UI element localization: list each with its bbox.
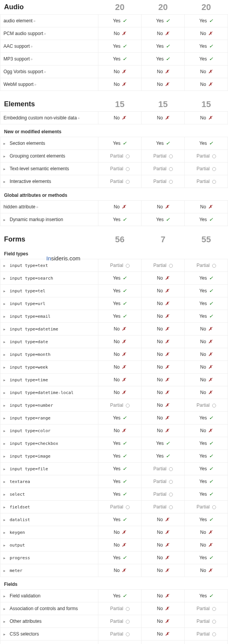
feature-row[interactable]: ▸input type=monthNo✗No✗No✗ bbox=[0, 348, 228, 361]
expand-icon[interactable]: ▸ bbox=[3, 607, 7, 611]
status-cell: No✗ bbox=[98, 526, 142, 539]
expand-icon[interactable]: ▸ bbox=[3, 530, 7, 535]
expand-icon[interactable]: ▸ bbox=[3, 302, 7, 306]
expand-icon[interactable]: ▸ bbox=[3, 556, 7, 560]
check-icon: ✓ bbox=[209, 517, 213, 522]
expand-icon[interactable]: ▸ bbox=[3, 480, 7, 484]
more-icon[interactable]: » bbox=[44, 70, 46, 74]
check-icon: ✓ bbox=[209, 441, 213, 446]
feature-row[interactable]: ▸Dynamic markup insertionYes✓Yes✓Yes✓ bbox=[0, 213, 228, 226]
feature-row[interactable]: ▸Association of controls and formsPartia… bbox=[0, 602, 228, 615]
feature-row[interactable]: audio element»Yes✓Yes✓Yes✓ bbox=[0, 15, 228, 27]
feature-row[interactable]: ▸EventsPartialPartialPartial bbox=[0, 641, 228, 644]
feature-row[interactable]: ▸textareaYes✓PartialYes✓ bbox=[0, 475, 228, 488]
expand-icon[interactable]: ▸ bbox=[3, 314, 7, 319]
status-cell: Yes✓ bbox=[98, 463, 142, 475]
feature-row[interactable]: ▸input type=checkboxYes✓Yes✓Yes✓ bbox=[0, 437, 228, 450]
expand-icon[interactable]: ▸ bbox=[3, 467, 7, 471]
expand-icon[interactable]: ▸ bbox=[3, 454, 7, 458]
feature-row[interactable]: ▸CSS selectorsPartialNo✗Partial bbox=[0, 628, 228, 641]
feature-row[interactable]: ▸input type=datetime-localNo✗No✗No✗ bbox=[0, 386, 228, 399]
more-icon[interactable]: » bbox=[36, 205, 39, 209]
feature-row[interactable]: ▸input type=urlYes✓No✗Yes✓ bbox=[0, 297, 228, 310]
expand-icon[interactable]: ▸ bbox=[3, 518, 7, 522]
feature-row[interactable]: ▸input type=emailYes✓No✗Yes✓ bbox=[0, 310, 228, 323]
feature-row[interactable]: ▸input type=rangeYes✓No✗Yes✓ bbox=[0, 412, 228, 424]
expand-icon[interactable]: ▸ bbox=[3, 429, 7, 433]
feature-row[interactable]: ▸input type=searchYes✓No✗Yes✓ bbox=[0, 272, 228, 285]
expand-icon[interactable]: ▸ bbox=[3, 619, 7, 624]
feature-row[interactable]: ▸input type=timeNo✗No✗No✗ bbox=[0, 374, 228, 386]
feature-row[interactable]: ▸Text-level semantic elementsPartialPart… bbox=[0, 163, 228, 175]
expand-icon[interactable]: ▸ bbox=[3, 441, 7, 446]
feature-row[interactable]: ▸Field validationYes✓No✗Yes✓ bbox=[0, 590, 228, 602]
more-icon[interactable]: » bbox=[30, 44, 33, 49]
expand-icon[interactable]: ▸ bbox=[3, 492, 7, 496]
more-icon[interactable]: » bbox=[44, 32, 46, 36]
more-icon[interactable]: » bbox=[78, 116, 80, 120]
feature-row[interactable]: ▸Grouping content elementsPartialPartial… bbox=[0, 150, 228, 163]
feature-label: ▸input type=image bbox=[0, 450, 98, 463]
feature-row[interactable]: ▸input type=imageYes✓Yes✓Yes✓ bbox=[0, 450, 228, 463]
more-icon[interactable]: » bbox=[33, 19, 35, 23]
feature-row[interactable]: ▸input type=colorNo✗No✗No✗ bbox=[0, 424, 228, 437]
expand-icon[interactable]: ▸ bbox=[3, 416, 7, 420]
section-score: 20 bbox=[98, 0, 142, 15]
feature-row[interactable]: WebM support»No✗No✗No✗ bbox=[0, 78, 228, 91]
expand-icon[interactable]: ▸ bbox=[3, 327, 7, 331]
feature-row[interactable]: ▸datalistYes✓No✗Yes✓ bbox=[0, 513, 228, 526]
section-score: 20 bbox=[185, 0, 228, 15]
feature-row[interactable]: ▸input type=textPartialPartialPartial bbox=[0, 259, 228, 272]
feature-row[interactable]: ▸outputNo✗No✗No✗ bbox=[0, 539, 228, 552]
feature-row[interactable]: ▸fieldsetPartialPartialPartial bbox=[0, 501, 228, 513]
feature-row[interactable]: PCM audio support»No✗No✗No✗ bbox=[0, 27, 228, 40]
expand-icon[interactable]: ▸ bbox=[3, 352, 7, 357]
feature-row[interactable]: Embedding custom non-visible data»No✗No✗… bbox=[0, 112, 228, 124]
feature-row[interactable]: ▸Section elementsYes✓Yes✓Yes✓ bbox=[0, 137, 228, 150]
expand-icon[interactable]: ▸ bbox=[3, 141, 7, 146]
expand-icon[interactable]: ▸ bbox=[3, 594, 7, 598]
expand-icon[interactable]: ▸ bbox=[3, 365, 7, 369]
feature-row[interactable]: ▸input type=datetimeNo✗No✗No✗ bbox=[0, 323, 228, 335]
expand-icon[interactable]: ▸ bbox=[3, 154, 7, 158]
feature-row[interactable]: ▸Interactive elementsPartialPartialParti… bbox=[0, 175, 228, 188]
expand-icon[interactable]: ▸ bbox=[3, 276, 7, 280]
feature-row[interactable]: ▸keygenNo✗No✗No✗ bbox=[0, 526, 228, 539]
expand-icon[interactable]: ▸ bbox=[3, 289, 7, 293]
status-cell: No✗ bbox=[185, 539, 228, 552]
feature-row[interactable]: ▸input type=weekNo✗No✗No✗ bbox=[0, 361, 228, 374]
status-cell: Yes✓ bbox=[98, 412, 142, 424]
feature-row[interactable]: AAC support»Yes✓Yes✓Yes✓ bbox=[0, 40, 228, 53]
expand-icon[interactable]: ▸ bbox=[3, 340, 7, 344]
expand-icon[interactable]: ▸ bbox=[3, 378, 7, 382]
expand-icon[interactable]: ▸ bbox=[3, 569, 7, 573]
cross-icon: ✗ bbox=[122, 82, 126, 87]
status-cell: Yes✓ bbox=[185, 285, 228, 297]
feature-label: ▸Other attributes bbox=[0, 615, 98, 628]
expand-icon[interactable]: ▸ bbox=[3, 543, 7, 547]
more-icon[interactable]: » bbox=[34, 82, 37, 87]
expand-icon[interactable]: ▸ bbox=[3, 403, 7, 408]
status-cell: No✗ bbox=[142, 386, 185, 399]
more-icon[interactable]: » bbox=[30, 57, 33, 61]
expand-icon[interactable]: ▸ bbox=[3, 263, 7, 268]
expand-icon[interactable]: ▸ bbox=[3, 218, 7, 222]
feature-row[interactable]: Ogg Vorbis support»No✗No✗No✗ bbox=[0, 65, 228, 78]
feature-row[interactable]: ▸input type=fileYes✓PartialYes✓ bbox=[0, 463, 228, 475]
feature-row[interactable]: MP3 support»Yes✓Yes✓Yes✓ bbox=[0, 53, 228, 65]
expand-icon[interactable]: ▸ bbox=[3, 391, 7, 395]
feature-row[interactable]: ▸progressYes✓No✗Yes✓ bbox=[0, 552, 228, 564]
feature-row[interactable]: ▸meterNo✗No✗No✗ bbox=[0, 564, 228, 577]
expand-icon[interactable]: ▸ bbox=[3, 179, 7, 184]
expand-icon[interactable]: ▸ bbox=[3, 167, 7, 171]
expand-icon[interactable]: ▸ bbox=[3, 505, 7, 509]
feature-row[interactable]: ▸Other attributesPartialNo✗Partial bbox=[0, 615, 228, 628]
feature-row[interactable]: ▸input type=numberPartialNo✗Partial bbox=[0, 399, 228, 412]
expand-icon[interactable]: ▸ bbox=[3, 632, 7, 636]
check-icon: ✓ bbox=[209, 44, 213, 49]
feature-row[interactable]: ▸selectYes✓PartialYes✓ bbox=[0, 488, 228, 501]
feature-row[interactable]: ▸input type=telYes✓No✗Yes✓ bbox=[0, 285, 228, 297]
check-icon: ✓ bbox=[123, 491, 127, 497]
feature-row[interactable]: hidden attribute»No✗No✗No✗ bbox=[0, 201, 228, 213]
feature-row[interactable]: ▸input type=dateNo✗No✗No✗ bbox=[0, 335, 228, 348]
